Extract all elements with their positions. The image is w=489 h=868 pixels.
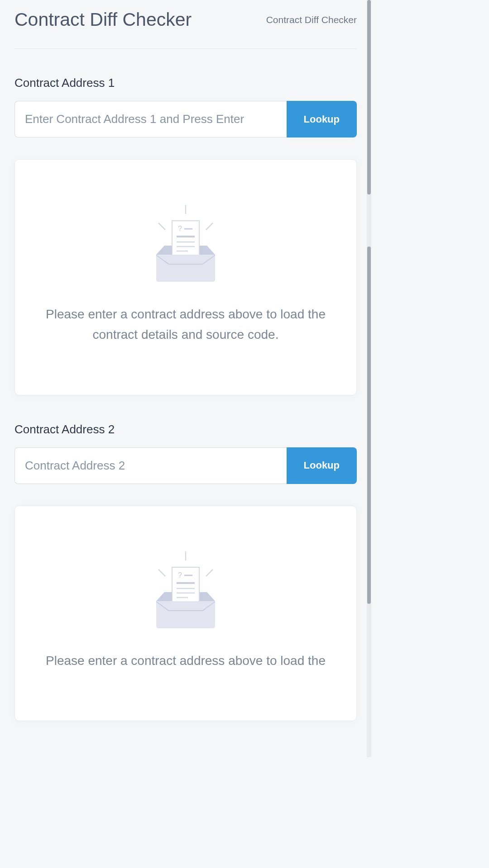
contract-2-empty-message: Please enter a contract address above to… <box>38 651 334 671</box>
svg-line-11 <box>158 569 165 576</box>
empty-inbox-icon: ? <box>38 205 334 286</box>
svg-text:?: ? <box>178 225 182 232</box>
contract-2-label: Contract Address 2 <box>14 422 357 436</box>
contract-2-address-input[interactable] <box>14 447 287 484</box>
svg-text:?: ? <box>178 571 182 579</box>
contract-1-input-group: Lookup <box>14 101 357 138</box>
svg-line-2 <box>206 223 213 230</box>
svg-line-1 <box>158 223 165 230</box>
contract-1-label: Contract Address 1 <box>14 76 357 90</box>
page-title: Contract Diff Checker <box>14 9 192 30</box>
scrollbar-track[interactable] <box>367 0 371 757</box>
scrollbar-thumb[interactable] <box>367 247 371 604</box>
contract-1-empty-message: Please enter a contract address above to… <box>38 304 334 345</box>
page-header: Contract Diff Checker Contract Diff Chec… <box>14 9 357 49</box>
contract-1-address-input[interactable] <box>14 101 287 138</box>
contract-1-lookup-button[interactable]: Lookup <box>287 101 357 138</box>
empty-inbox-icon: ? <box>38 551 334 633</box>
contract-2-lookup-button[interactable]: Lookup <box>287 447 357 484</box>
svg-line-12 <box>206 569 213 576</box>
contract-2-empty-state: ? Please enter a contract address above … <box>14 506 357 721</box>
contract-2-input-group: Lookup <box>14 447 357 484</box>
contract-1-empty-state: ? Please enter a contract address above … <box>14 159 357 395</box>
scrollbar-thumb[interactable] <box>367 0 371 194</box>
breadcrumb: Contract Diff Checker <box>266 14 357 25</box>
